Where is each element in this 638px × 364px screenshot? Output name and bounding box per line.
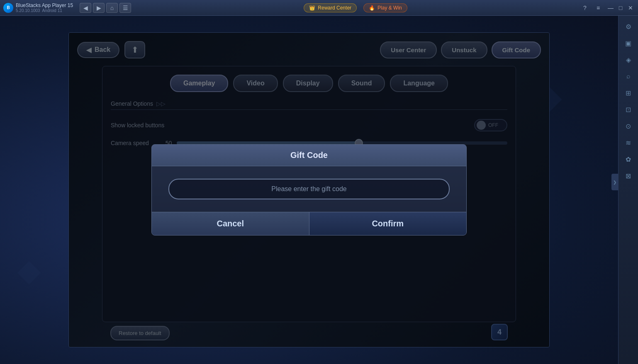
sidebar-icon-settings[interactable]: ⚙	[621, 19, 636, 34]
sidebar-icon-eco[interactable]: ✿	[621, 152, 636, 167]
minimize-button[interactable]: —	[606, 4, 615, 12]
app-icon: B	[3, 3, 13, 13]
maximize-button[interactable]: □	[616, 4, 625, 12]
topbar-nav: ◀ ▶ ⌂ ☰	[80, 3, 131, 13]
topbar-right: ? ≡ — □ ✕	[580, 3, 635, 13]
close-button[interactable]: ✕	[626, 4, 635, 12]
gift-code-input[interactable]	[168, 179, 450, 199]
modal-confirm-button[interactable]: Confirm	[309, 212, 467, 235]
app-logo: B BlueStacks App Player 15 5.20.10.1003 …	[3, 2, 73, 13]
sidebar-icon-performance[interactable]: ◈	[621, 52, 636, 67]
main-area: ◀ Back ⬆ User Center Unstuck Gift Code G…	[0, 16, 618, 364]
topbar-center: 👑 Reward Center 🔥 Play & Win	[131, 3, 580, 12]
fire-icon: 🔥	[369, 5, 375, 11]
app-name: BlueStacks App Player 15	[16, 2, 73, 8]
modal-footer: Cancel Confirm	[152, 212, 466, 235]
help-button[interactable]: ?	[580, 3, 590, 13]
gift-code-modal: Gift Code Cancel Confirm	[151, 144, 467, 235]
play-win-button[interactable]: 🔥 Play & Win	[363, 3, 407, 12]
topbar: B BlueStacks App Player 15 5.20.10.1003 …	[0, 0, 638, 16]
sidebar-icon-macro[interactable]: ⊙	[621, 119, 636, 133]
modal-header: Gift Code	[152, 145, 466, 166]
app-info: BlueStacks App Player 15 5.20.10.1003 An…	[16, 2, 73, 13]
sidebar-icon-display[interactable]: ▣	[621, 36, 636, 51]
modal-body	[152, 166, 466, 212]
modal-overlay: Gift Code Cancel Confirm	[69, 33, 549, 347]
sidebar-icon-gamepad[interactable]: ⊞	[621, 85, 636, 100]
sidebar-icon-camera[interactable]: ⊡	[621, 102, 636, 117]
window-controls: — □ ✕	[606, 4, 635, 12]
right-sidebar: ⚙ ▣ ◈ ⌕ ⊞ ⊡ ⊙ ≋ ✿ ⊠	[618, 16, 638, 364]
play-win-label: Play & Win	[377, 5, 402, 11]
reward-center-button[interactable]: 👑 Reward Center	[304, 3, 357, 12]
home-nav-button[interactable]: ⌂	[106, 3, 118, 13]
forward-nav-button[interactable]: ▶	[93, 3, 105, 13]
bookmarks-nav-button[interactable]: ☰	[119, 3, 131, 13]
menu-button[interactable]: ≡	[593, 3, 603, 13]
sidebar-icon-multi[interactable]: ⊠	[621, 168, 636, 183]
sidebar-icon-script[interactable]: ≋	[621, 135, 636, 150]
reward-center-label: Reward Center	[318, 5, 351, 11]
modal-cancel-button[interactable]: Cancel	[152, 212, 309, 235]
back-nav-button[interactable]: ◀	[80, 3, 91, 13]
game-area: ◀ Back ⬆ User Center Unstuck Gift Code G…	[68, 32, 550, 347]
app-version: 5.20.10.1003 Android 11	[16, 8, 73, 13]
crown-icon: 👑	[309, 5, 315, 11]
modal-title: Gift Code	[290, 150, 328, 160]
sidebar-icon-search[interactable]: ⌕	[621, 69, 636, 84]
